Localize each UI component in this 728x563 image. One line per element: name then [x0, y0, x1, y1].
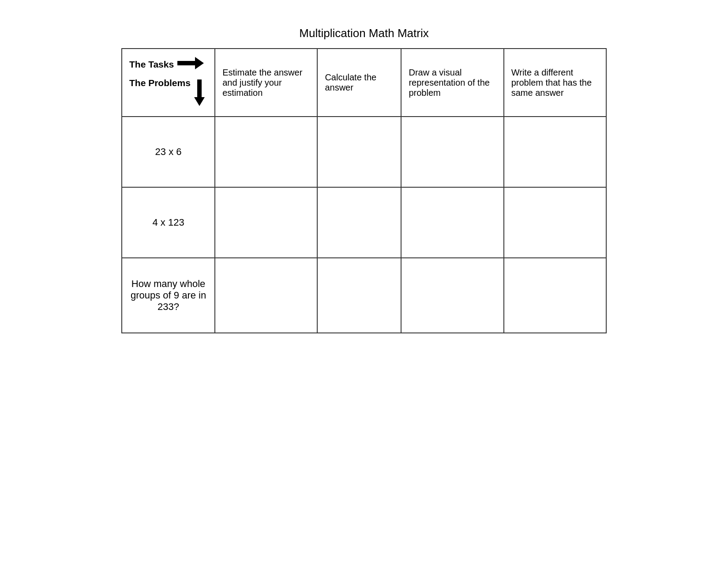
svg-marker-1: [195, 57, 204, 69]
problems-label: The Problems: [129, 78, 191, 88]
tasks-problems-cell: The Tasks The Problems: [122, 49, 215, 117]
header-row: The Tasks The Problems: [122, 49, 606, 117]
different-cell-2: [504, 187, 606, 258]
different-cell-1: [504, 117, 606, 187]
table-row: 4 x 123: [122, 187, 606, 258]
page-container: Multiplication Math Matrix The Tasks: [121, 26, 607, 333]
calculate-cell-3: [317, 258, 401, 333]
table-row: 23 x 6: [122, 117, 606, 187]
arrow-down-icon: [194, 79, 205, 108]
matrix-table: The Tasks The Problems: [121, 48, 607, 333]
problem-cell-3: How many whole groups of 9 are in 233?: [122, 258, 215, 333]
tasks-label: The Tasks: [129, 59, 174, 70]
visual-cell-3: [401, 258, 503, 333]
estimate-cell-3: [215, 258, 317, 333]
col-estimate-header: Estimate the answer and justify your est…: [215, 49, 317, 117]
calculate-cell-2: [317, 187, 401, 258]
col-visual-header: Draw a visual representation of the prob…: [401, 49, 503, 117]
estimate-cell-1: [215, 117, 317, 187]
arrow-right-icon: [177, 57, 204, 72]
problem-cell-2: 4 x 123: [122, 187, 215, 258]
svg-rect-0: [177, 61, 196, 65]
visual-cell-1: [401, 117, 503, 187]
page-title: Multiplication Math Matrix: [121, 26, 607, 40]
problem-cell-1: 23 x 6: [122, 117, 215, 187]
calculate-cell-1: [317, 117, 401, 187]
estimate-cell-2: [215, 187, 317, 258]
svg-marker-3: [194, 97, 205, 106]
col-calculate-header: Calculate the answer: [317, 49, 401, 117]
visual-cell-2: [401, 187, 503, 258]
svg-rect-2: [197, 79, 202, 98]
col-different-header: Write a different problem that has the s…: [504, 49, 606, 117]
table-row: How many whole groups of 9 are in 233?: [122, 258, 606, 333]
different-cell-3: [504, 258, 606, 333]
